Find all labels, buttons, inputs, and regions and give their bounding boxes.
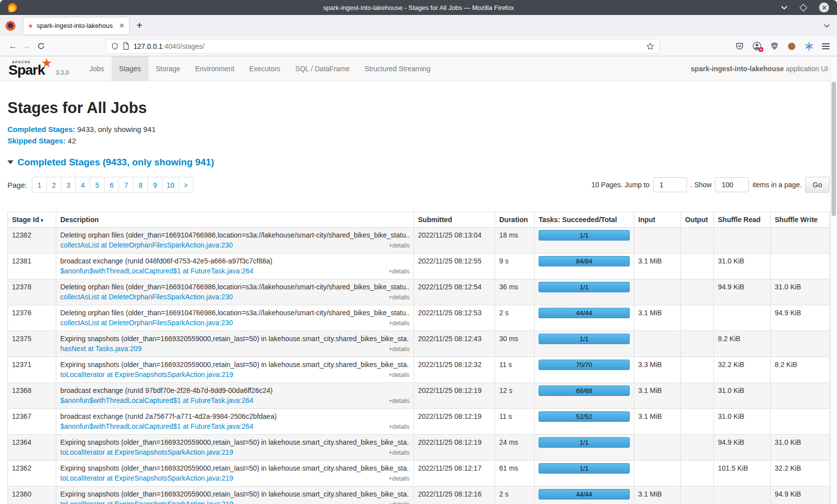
nav-item-stages[interactable]: Stages	[112, 56, 148, 81]
stage-id-cell: 12378	[8, 279, 56, 305]
shuffle-read-cell	[714, 305, 771, 331]
maximize-icon[interactable]	[801, 5, 806, 10]
reload-icon[interactable]	[34, 42, 48, 50]
pagination-page-button[interactable]: 8	[133, 177, 148, 193]
stage-detail-link[interactable]: collectAsList at DeleteOrphanFilesSparkA…	[60, 240, 233, 250]
stage-detail-link[interactable]: toLocalIterator at ExpireSnapshotsSparkA…	[60, 499, 233, 504]
page-info-icon[interactable]	[123, 42, 129, 50]
submitted-cell: 2022/11/25 08:12:53	[414, 305, 495, 331]
stage-detail-link[interactable]: $anonfun$withThreadLocalCaptured$1 at Fu…	[60, 395, 254, 405]
description-cell: Expiring snapshots (older_than=166932055…	[56, 461, 414, 487]
header-input[interactable]: Input	[634, 212, 681, 228]
url-bar[interactable]: 127.0.0.1:4040/stages/	[106, 39, 660, 54]
completed-stages-link[interactable]: Completed Stages:	[7, 125, 75, 133]
details-toggle[interactable]: +details	[389, 344, 410, 354]
details-toggle[interactable]: +details	[389, 422, 410, 432]
details-toggle[interactable]: +details	[389, 448, 410, 458]
pagination-page-button[interactable]: 5	[90, 177, 105, 193]
url-text[interactable]: 127.0.0.1:4040/stages/	[134, 42, 642, 50]
submitted-cell: 2022/11/25 08:13:04	[414, 228, 495, 253]
pagination-page-button[interactable]: 4	[75, 177, 90, 193]
new-tab-button[interactable]: +	[137, 20, 142, 31]
pagination-page-button[interactable]: 6	[104, 177, 119, 193]
details-toggle[interactable]: +details	[389, 292, 410, 302]
details-toggle[interactable]: +details	[389, 370, 410, 380]
tasks-cell: 1/1	[535, 461, 634, 487]
stage-detail-link[interactable]: toLocalIterator at ExpireSnapshotsSparkA…	[60, 473, 233, 483]
pagination-page-button[interactable]: 10	[162, 177, 179, 193]
pagination-page-button[interactable]: 2	[46, 177, 61, 193]
menu-hamburger-icon[interactable]	[822, 42, 830, 51]
output-cell	[681, 487, 714, 504]
items-per-page-input[interactable]	[715, 177, 749, 192]
header-submitted[interactable]: Submitted	[414, 212, 495, 228]
header-tasks[interactable]: Tasks: Succeeded/Total	[535, 212, 634, 228]
scrollbar-thumb[interactable]	[832, 82, 836, 216]
pagination-page-button[interactable]: 7	[119, 177, 134, 193]
nav-item-environment[interactable]: Environment	[188, 56, 242, 81]
pocket-icon[interactable]	[735, 42, 744, 50]
extension-asterisk-icon[interactable]	[805, 42, 814, 51]
bookmark-star-icon[interactable]	[646, 42, 654, 50]
table-row: 12362 Expiring snapshots (older_than=166…	[8, 461, 830, 487]
details-toggle[interactable]: +details	[389, 318, 410, 328]
stage-id-cell: 12382	[8, 228, 56, 253]
header-shuffle-read[interactable]: Shuffle Read	[714, 212, 771, 228]
pagination-page-button[interactable]: 1	[32, 177, 47, 193]
nav-item-storage[interactable]: Storage	[148, 56, 188, 81]
details-toggle[interactable]: +details	[389, 266, 410, 276]
details-toggle[interactable]: +details	[389, 500, 410, 504]
stage-detail-link[interactable]: toLocalIterator at ExpireSnapshotsSparkA…	[60, 370, 233, 379]
completed-stages-section-toggle[interactable]: Completed Stages (9433, only showing 941…	[7, 157, 830, 168]
input-cell	[634, 228, 681, 253]
tab-close-icon[interactable]: ✕	[119, 22, 125, 29]
stage-id-cell: 12360	[8, 487, 56, 504]
cookie-icon[interactable]	[787, 42, 796, 51]
shuffle-read-cell: 31.0 KiB	[714, 383, 771, 409]
stage-detail-link[interactable]: toLocalIterator at ExpireSnapshotsSparkA…	[60, 447, 233, 457]
stage-detail-link[interactable]: collectAsList at DeleteOrphanFilesSparkA…	[60, 318, 233, 328]
forward-icon[interactable]: →	[20, 41, 34, 51]
account-icon[interactable]: ✕	[752, 41, 762, 51]
stages-table-body: 12382 Deleting orphan files (older_than=…	[8, 228, 830, 504]
go-button[interactable]: Go	[805, 177, 830, 193]
pagination-page-button[interactable]: 3	[61, 177, 76, 193]
description-cell: Expiring snapshots (older_than=166932055…	[56, 487, 414, 504]
header-description[interactable]: Description	[56, 212, 414, 228]
page-title: Stages for All Jobs	[7, 99, 830, 117]
nav-item-jobs[interactable]: Jobs	[82, 56, 112, 81]
header-output[interactable]: Output	[681, 212, 714, 228]
header-shuffle-write[interactable]: Shuffle Write	[771, 212, 830, 228]
shield-icon[interactable]	[111, 42, 119, 50]
stage-detail-link[interactable]: $anonfun$withThreadLocalCaptured$1 at Fu…	[60, 421, 254, 431]
tab-overflow-icon[interactable]	[824, 24, 830, 28]
details-toggle[interactable]: +details	[389, 474, 410, 484]
skipped-stages-link[interactable]: Skipped Stages:	[7, 136, 66, 145]
stage-detail-link[interactable]: collectAsList at DeleteOrphanFilesSparkA…	[60, 292, 233, 302]
header-stage-id[interactable]: Stage Id▾	[8, 212, 56, 228]
page-scrollbar[interactable]	[830, 57, 837, 504]
spark-logo[interactable]: APACHE Spark ★	[0, 56, 48, 81]
nav-item-sql-dataframe[interactable]: SQL / DataFrame	[288, 56, 357, 81]
header-duration[interactable]: Duration	[495, 212, 535, 228]
ublock-shield-icon[interactable]: uO	[770, 42, 779, 50]
pagination-next-button[interactable]: >	[178, 177, 193, 193]
pagination-page-button[interactable]: 9	[147, 177, 162, 193]
spark-navbar: APACHE Spark ★ 3.3.0 JobsStagesStorageEn…	[0, 56, 837, 81]
shuffle-read-cell: 94.9 KiB	[714, 435, 771, 461]
minimize-icon[interactable]	[781, 5, 788, 10]
stage-detail-link[interactable]: hasNext at Tasks.java:209	[60, 344, 141, 354]
browser-tab[interactable]: ★ spark-ingest-into-lakehous ✕	[23, 17, 129, 34]
stage-detail-link[interactable]: $anonfun$withThreadLocalCaptured$1 at Fu…	[60, 266, 254, 276]
nav-item-structured-streaming[interactable]: Structured Streaming	[357, 56, 438, 81]
pages-summary: 10 Pages. Jump to	[591, 181, 650, 189]
nav-item-executors[interactable]: Executors	[242, 56, 287, 81]
duration-cell: 11 s	[495, 357, 535, 383]
close-icon[interactable]	[819, 2, 829, 12]
details-toggle[interactable]: +details	[389, 241, 410, 251]
input-cell	[634, 331, 681, 357]
back-icon[interactable]: ←	[6, 41, 20, 51]
jump-to-page-input[interactable]	[653, 177, 687, 192]
input-cell	[634, 435, 681, 461]
details-toggle[interactable]: +details	[389, 396, 410, 406]
